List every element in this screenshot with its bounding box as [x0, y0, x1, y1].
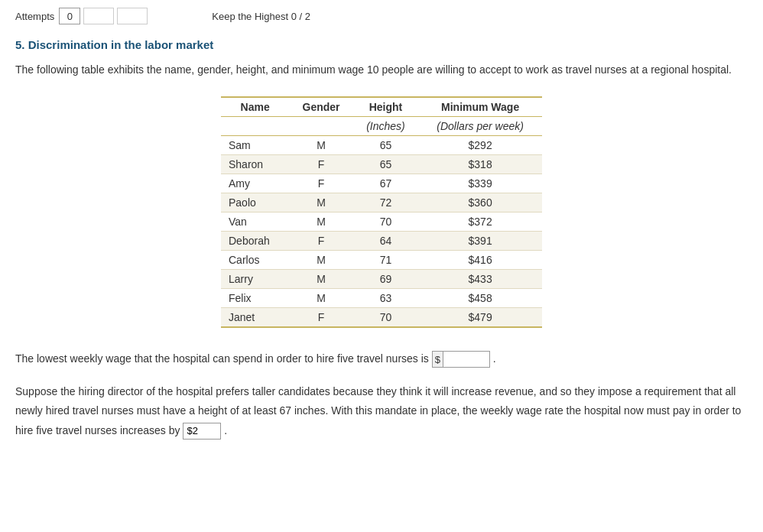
- cell-gender: M: [289, 193, 353, 212]
- answer1-after-text: .: [493, 352, 496, 365]
- table-row: Carlos M 71 $416: [221, 251, 542, 270]
- answer2-input[interactable]: [183, 423, 221, 440]
- keep-highest-text: Keep the Highest 0 / 2: [212, 11, 310, 22]
- cell-name: Carlos: [221, 251, 289, 270]
- cell-name: Van: [221, 212, 289, 232]
- cell-gender: M: [289, 251, 353, 270]
- cell-gender: M: [289, 136, 353, 155]
- answer-section-1: The lowest weekly wage that the hospital…: [15, 349, 742, 368]
- cell-wage: $391: [418, 232, 542, 251]
- table-row: Felix M 63 $458: [221, 289, 542, 308]
- cell-gender: M: [289, 212, 353, 232]
- cell-height: 67: [353, 174, 418, 193]
- table-header-row: Name Gender Height Minimum Wage: [221, 98, 542, 117]
- attempts-blank2: [117, 8, 148, 24]
- col-header-wage: Minimum Wage: [418, 98, 542, 117]
- cell-height: 65: [353, 136, 418, 155]
- cell-height: 70: [353, 212, 418, 232]
- cell-height: 71: [353, 251, 418, 270]
- cell-wage: $318: [418, 155, 542, 174]
- answer2-after-text: .: [224, 424, 227, 436]
- col-subheader-gender: [289, 117, 353, 136]
- cell-gender: F: [289, 232, 353, 251]
- cell-height: 65: [353, 155, 418, 174]
- col-subheader-height: (Inches): [353, 117, 418, 136]
- cell-wage: $458: [418, 289, 542, 308]
- cell-wage: $416: [418, 251, 542, 270]
- attempts-label: Attempts: [15, 11, 54, 22]
- cell-height: 63: [353, 289, 418, 308]
- cell-name: Deborah: [221, 232, 289, 251]
- question-title: 5. Discrimination in the labor market: [15, 38, 748, 51]
- attempts-blank: [83, 8, 114, 24]
- table-row: Van M 70 $372: [221, 212, 542, 232]
- cell-gender: F: [289, 308, 353, 327]
- col-header-name: Name: [221, 98, 289, 117]
- cell-wage: $339: [418, 174, 542, 193]
- cell-wage: $479: [418, 308, 542, 327]
- cell-name: Janet: [221, 308, 289, 327]
- cell-wage: $433: [418, 270, 542, 289]
- cell-name: Amy: [221, 174, 289, 193]
- answer1-input[interactable]: [443, 352, 489, 367]
- cell-gender: F: [289, 174, 353, 193]
- answer1-before-text: The lowest weekly wage that the hospital…: [15, 352, 429, 365]
- attempts-value: 0: [59, 8, 80, 24]
- cell-height: 70: [353, 308, 418, 327]
- cell-gender: M: [289, 289, 353, 308]
- cell-height: 72: [353, 193, 418, 212]
- dollar-sign-icon: $: [433, 352, 443, 367]
- col-header-gender: Gender: [289, 98, 353, 117]
- table-row: Larry M 69 $433: [221, 270, 542, 289]
- answer-section-2: Suppose the hiring director of the hospi…: [15, 382, 742, 440]
- question-title-text: Discrimination in the labor market: [28, 38, 214, 51]
- header-row: Attempts 0 Keep the Highest 0 / 2: [15, 8, 748, 24]
- table-row: Paolo M 72 $360: [221, 193, 542, 212]
- cell-name: Sharon: [221, 155, 289, 174]
- answer1-input-wrapper[interactable]: $: [432, 351, 490, 368]
- cell-gender: F: [289, 155, 353, 174]
- cell-wage: $360: [418, 193, 542, 212]
- table-bottom-border: [221, 326, 542, 328]
- cell-name: Paolo: [221, 193, 289, 212]
- cell-wage: $292: [418, 136, 542, 155]
- col-subheader-name: [221, 117, 289, 136]
- col-header-height: Height: [353, 98, 418, 117]
- data-table-container: Name Gender Height Minimum Wage (Inches)…: [221, 96, 542, 328]
- table-row: Sharon F 65 $318: [221, 155, 542, 174]
- cell-height: 64: [353, 232, 418, 251]
- table-body: Sam M 65 $292 Sharon F 65 $318 Amy F 67 …: [221, 136, 542, 327]
- cell-wage: $372: [418, 212, 542, 232]
- question-number: 5.: [15, 38, 25, 51]
- cell-height: 69: [353, 270, 418, 289]
- table-row: Sam M 65 $292: [221, 136, 542, 155]
- answer2-before-text: Suppose the hiring director of the hospi…: [15, 385, 741, 436]
- cell-name: Sam: [221, 136, 289, 155]
- table-row: Amy F 67 $339: [221, 174, 542, 193]
- col-subheader-wage: (Dollars per week): [418, 117, 542, 136]
- table-row: Deborah F 64 $391: [221, 232, 542, 251]
- data-table: Name Gender Height Minimum Wage (Inches)…: [221, 98, 542, 326]
- cell-name: Felix: [221, 289, 289, 308]
- question-description: The following table exhibits the name, g…: [15, 62, 742, 78]
- table-subheader-row: (Inches) (Dollars per week): [221, 117, 542, 136]
- cell-name: Larry: [221, 270, 289, 289]
- cell-gender: M: [289, 270, 353, 289]
- table-row: Janet F 70 $479: [221, 308, 542, 327]
